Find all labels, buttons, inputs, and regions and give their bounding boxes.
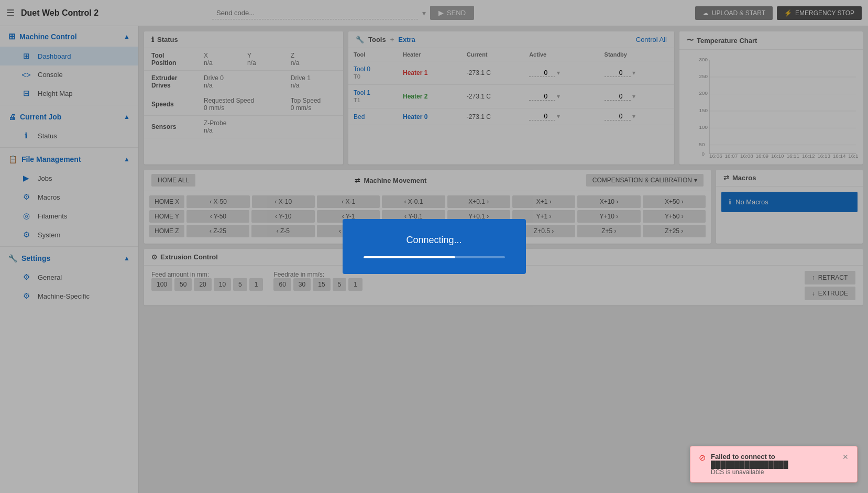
connecting-dialog: Connecting... bbox=[343, 219, 526, 274]
connecting-text: Connecting... bbox=[364, 235, 505, 246]
error-toast-close-button[interactable]: ✕ bbox=[842, 453, 849, 461]
error-toast-content: Failed to connect to ████████████████ DC… bbox=[711, 453, 837, 476]
connecting-progress-bar-container bbox=[364, 256, 505, 258]
error-toast-icon: ⊘ bbox=[699, 453, 706, 463]
error-toast-title: Failed to connect to ████████████████ bbox=[711, 453, 837, 468]
connecting-progress-bar bbox=[364, 256, 456, 258]
error-toast: ⊘ Failed to connect to ████████████████ … bbox=[690, 446, 858, 483]
connecting-overlay: Connecting... bbox=[0, 0, 868, 493]
error-toast-subtitle: DCS is unavailable bbox=[711, 468, 837, 476]
